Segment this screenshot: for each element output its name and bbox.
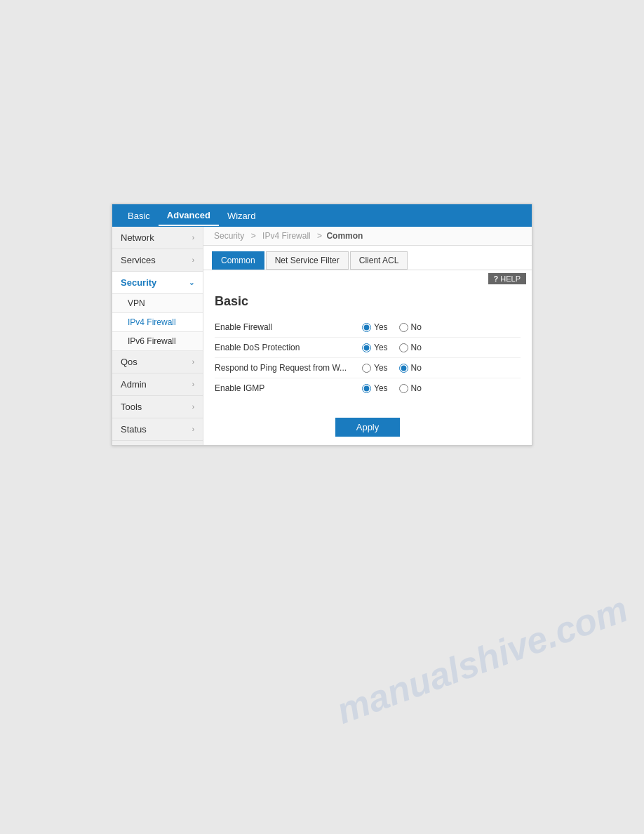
radio-igmp-yes[interactable]: Yes xyxy=(362,383,388,393)
apply-row: Apply xyxy=(203,409,532,445)
sidebar-label-security: Security xyxy=(121,277,156,288)
apply-button[interactable]: Apply xyxy=(335,418,401,437)
help-area: ? HELP xyxy=(203,270,532,287)
sidebar-label-admin: Admin xyxy=(121,379,147,390)
label-respond-ping: Respond to Ping Request from W... xyxy=(215,363,362,373)
radio-group-enable-firewall: Yes No xyxy=(362,322,422,332)
radio-dos-no-input[interactable] xyxy=(399,343,408,352)
radio-igmp-no[interactable]: No xyxy=(399,383,422,393)
form-row-enable-dos: Enable DoS Protection Yes No xyxy=(215,338,521,358)
nav-advanced[interactable]: Advanced xyxy=(159,206,219,226)
label-enable-igmp: Enable IGMP xyxy=(215,383,362,393)
tab-net-service-filter[interactable]: Net Service Filter xyxy=(266,251,349,270)
watermark: manualshive.com xyxy=(331,588,633,732)
radio-igmp-no-input[interactable] xyxy=(399,384,408,393)
radio-group-enable-igmp: Yes No xyxy=(362,383,422,393)
chevron-right-icon: › xyxy=(192,256,194,264)
sidebar-item-status[interactable]: Status › xyxy=(112,418,203,441)
chevron-right-icon: › xyxy=(192,380,194,388)
router-ui: Basic Advanced Wizard Network › Services… xyxy=(112,204,532,446)
radio-group-enable-dos: Yes No xyxy=(362,343,422,352)
radio-ping-yes-input[interactable] xyxy=(362,364,371,373)
sidebar-item-services[interactable]: Services › xyxy=(112,249,203,272)
sidebar-label-qos: Qos xyxy=(121,357,137,367)
sidebar-item-security[interactable]: Security ⌄ xyxy=(112,272,203,294)
form-row-respond-ping: Respond to Ping Request from W... Yes No xyxy=(215,358,521,378)
breadcrumb-ipv4: IPv4 Firewall xyxy=(262,231,311,241)
radio-firewall-no[interactable]: No xyxy=(399,322,422,332)
label-enable-dos: Enable DoS Protection xyxy=(215,343,362,352)
nav-basic[interactable]: Basic xyxy=(119,206,159,225)
radio-ping-no-input[interactable] xyxy=(399,364,408,373)
chevron-right-icon: › xyxy=(192,234,194,241)
radio-dos-no[interactable]: No xyxy=(399,343,422,352)
sidebar-label-services: Services xyxy=(121,255,156,265)
form-row-enable-igmp: Enable IGMP Yes No xyxy=(215,378,521,398)
tab-common[interactable]: Common xyxy=(212,251,264,270)
radio-dos-yes-input[interactable] xyxy=(362,343,371,352)
breadcrumb-security: Security xyxy=(214,231,244,241)
nav-wizard[interactable]: Wizard xyxy=(219,206,264,225)
sidebar-item-tools[interactable]: Tools › xyxy=(112,396,203,418)
radio-dos-yes[interactable]: Yes xyxy=(362,343,388,352)
breadcrumb-sep2: > xyxy=(317,231,324,241)
question-icon: ? xyxy=(494,274,499,283)
sidebar-label-status: Status xyxy=(121,424,147,435)
form-title: Basic xyxy=(215,294,521,309)
content-area: Security > IPv4 Firewall > Common Common… xyxy=(203,227,532,445)
help-button[interactable]: ? HELP xyxy=(488,273,526,284)
main-layout: Network › Services › Security ⌄ VPN IPv4… xyxy=(112,227,532,445)
label-enable-firewall: Enable Firewall xyxy=(215,322,362,332)
chevron-right-icon: › xyxy=(192,403,194,411)
sidebar-item-network[interactable]: Network › xyxy=(112,227,203,249)
submenu-ipv4-firewall[interactable]: IPv4 Firewall xyxy=(112,313,203,332)
help-label: HELP xyxy=(500,274,521,283)
chevron-right-icon: › xyxy=(192,358,194,366)
chevron-right-icon: › xyxy=(192,425,194,433)
radio-group-respond-ping: Yes No xyxy=(362,363,422,373)
radio-ping-no[interactable]: No xyxy=(399,363,422,373)
radio-igmp-yes-input[interactable] xyxy=(362,384,371,393)
radio-ping-yes[interactable]: Yes xyxy=(362,363,388,373)
sidebar-item-admin[interactable]: Admin › xyxy=(112,373,203,396)
form-content: Basic Enable Firewall Yes No xyxy=(203,287,532,409)
sidebar: Network › Services › Security ⌄ VPN IPv4… xyxy=(112,227,203,445)
radio-firewall-yes[interactable]: Yes xyxy=(362,322,388,332)
breadcrumb-current: Common xyxy=(326,231,363,241)
radio-firewall-no-input[interactable] xyxy=(399,323,408,332)
breadcrumb: Security > IPv4 Firewall > Common xyxy=(203,227,532,246)
breadcrumb-sep1: > xyxy=(251,231,258,241)
form-row-enable-firewall: Enable Firewall Yes No xyxy=(215,317,521,338)
sidebar-label-tools: Tools xyxy=(121,402,142,412)
submenu-ipv6-firewall[interactable]: IPv6 Firewall xyxy=(112,332,203,351)
radio-firewall-yes-input[interactable] xyxy=(362,323,371,332)
submenu-vpn[interactable]: VPN xyxy=(112,294,203,313)
top-navbar: Basic Advanced Wizard xyxy=(112,204,532,227)
chevron-down-icon: ⌄ xyxy=(189,279,194,286)
tabs-bar: Common Net Service Filter Client ACL xyxy=(203,246,532,270)
tab-client-acl[interactable]: Client ACL xyxy=(350,251,408,270)
sidebar-label-network: Network xyxy=(121,232,154,243)
sidebar-item-qos[interactable]: Qos › xyxy=(112,351,203,373)
